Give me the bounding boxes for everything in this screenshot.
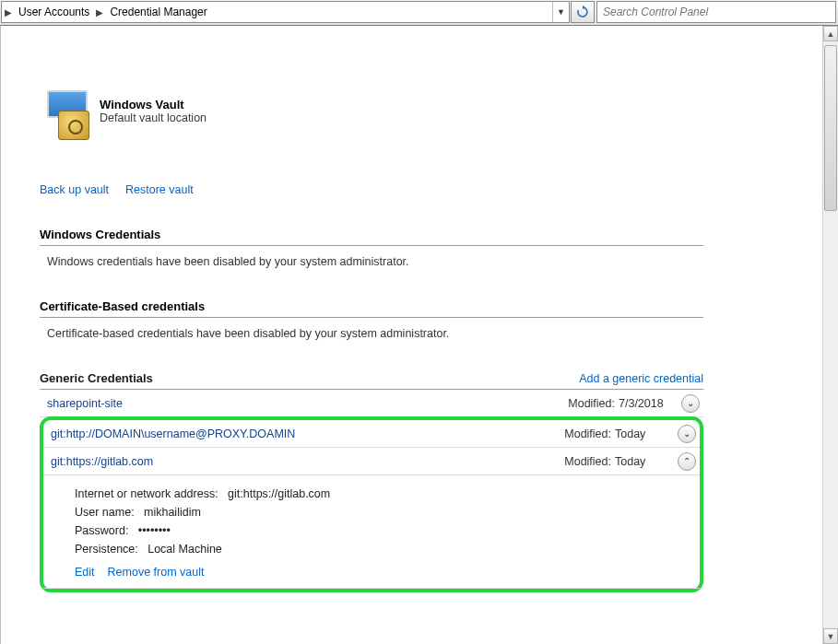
credential-name: sharepoint-site — [47, 397, 568, 410]
detail-address-label: Internet or network address: — [75, 487, 218, 500]
chevron-right-icon: ▶ — [93, 2, 106, 22]
credential-row[interactable]: sharepoint-site Modified: 7/3/2018 ⌄ — [40, 390, 703, 417]
generic-credentials-heading: Generic Credentials — [40, 371, 153, 385]
chevron-down-icon[interactable]: ⌄ — [678, 425, 696, 443]
search-input[interactable] — [597, 2, 835, 22]
scroll-track[interactable] — [823, 41, 838, 628]
modified-label: Modified: — [568, 397, 615, 410]
cert-credentials-heading: Certificate-Based credentials — [40, 299, 703, 318]
vault-title: Windows Vault — [100, 98, 207, 111]
chevron-right-icon: ▶ — [2, 2, 15, 22]
vault-header: Windows Vault Default vault location — [40, 90, 703, 141]
refresh-icon — [576, 6, 589, 18]
scroll-down-button[interactable]: ▼ — [823, 628, 838, 644]
vertical-scrollbar[interactable]: ▲ ▼ — [822, 26, 838, 644]
edit-credential-link[interactable]: Edit — [75, 566, 95, 579]
detail-username-label: User name: — [75, 506, 135, 519]
credential-row[interactable]: git:https://gitlab.com Modified: Today ⌃ — [43, 448, 700, 475]
windows-vault-icon — [40, 90, 90, 141]
detail-password-value: •••••••• — [138, 524, 171, 537]
detail-address-value: git:https://gitlab.com — [228, 487, 330, 500]
detail-persistence-value: Local Machine — [148, 543, 222, 556]
detail-password-label: Password: — [75, 524, 128, 537]
add-generic-credential-link[interactable]: Add a generic credential — [579, 372, 703, 385]
credential-name: git:https://gitlab.com — [51, 455, 564, 468]
search-box[interactable] — [596, 1, 836, 23]
chevron-up-icon[interactable]: ⌃ — [678, 452, 696, 471]
breadcrumb-credential-manager[interactable]: Credential Manager — [106, 6, 210, 18]
modified-value: Today — [615, 455, 672, 468]
remove-credential-link[interactable]: Remove from vault — [108, 566, 205, 579]
chevron-down-icon[interactable]: ⌄ — [681, 394, 700, 413]
highlighted-credentials: git:http://DOMAIN\username@PROXY.DOAMIN … — [40, 416, 703, 592]
address-bar[interactable]: ▶ User Accounts ▶ Credential Manager ▼ — [1, 1, 570, 23]
cert-credentials-message: Certificate-based credentials have been … — [40, 318, 703, 340]
address-dropdown-button[interactable]: ▼ — [552, 2, 569, 22]
scroll-thumb[interactable] — [824, 45, 837, 211]
generic-credentials-list: sharepoint-site Modified: 7/3/2018 ⌄ git… — [40, 390, 703, 592]
windows-credentials-heading: Windows Credentials — [40, 228, 703, 246]
detail-username-value: mikhailidim — [144, 506, 201, 519]
modified-value: 7/3/2018 — [619, 397, 676, 410]
credential-row[interactable]: git:http://DOMAIN\username@PROXY.DOAMIN … — [43, 420, 700, 448]
restore-vault-link[interactable]: Restore vault — [125, 183, 194, 196]
vault-subtitle: Default vault location — [100, 111, 207, 124]
modified-label: Modified: — [564, 455, 611, 468]
windows-credentials-message: Windows credentials have been disabled b… — [40, 246, 703, 268]
detail-persistence-label: Persistence: — [75, 543, 138, 556]
modified-value: Today — [615, 427, 672, 440]
breadcrumb-user-accounts[interactable]: User Accounts — [15, 6, 93, 18]
refresh-button[interactable] — [571, 1, 595, 23]
scroll-up-button[interactable]: ▲ — [823, 26, 838, 41]
credential-name: git:http://DOMAIN\username@PROXY.DOAMIN — [51, 427, 564, 440]
backup-vault-link[interactable]: Back up vault — [40, 183, 109, 196]
credential-details: Internet or network address: git:https:/… — [43, 475, 700, 589]
modified-label: Modified: — [564, 427, 611, 440]
